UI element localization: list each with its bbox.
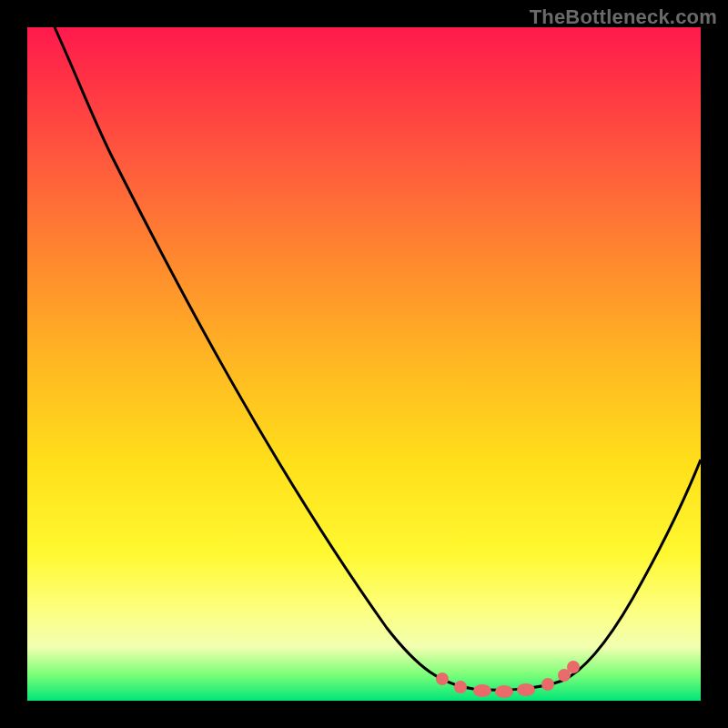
svg-point-0: [436, 672, 449, 685]
curve-path: [55, 27, 701, 690]
bottleneck-curve: [27, 27, 701, 701]
svg-point-1: [454, 681, 467, 693]
chart-frame: TheBottleneck.com: [0, 0, 728, 728]
optimal-range-dots: [436, 661, 580, 698]
svg-point-7: [567, 661, 580, 673]
svg-point-2: [473, 684, 491, 697]
svg-point-4: [517, 683, 535, 696]
watermark-text: TheBottleneck.com: [530, 5, 717, 29]
svg-point-5: [541, 678, 554, 691]
plot-area: [27, 27, 701, 701]
svg-point-3: [495, 685, 513, 698]
